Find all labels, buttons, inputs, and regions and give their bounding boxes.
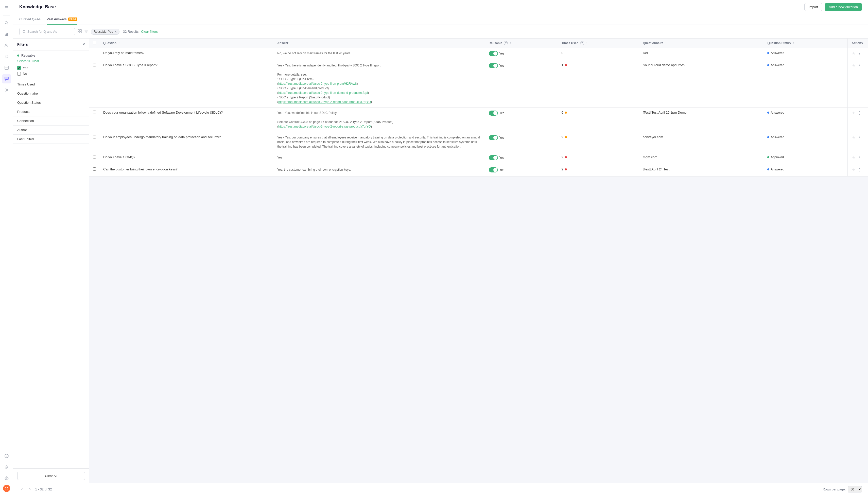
filter-item-connection[interactable]: Connection [13,116,89,125]
tabs-bar: Curated Q&As Past Answers BETA [13,14,868,25]
more-options-icon[interactable]: ⋮ [857,135,862,140]
search-icon[interactable] [2,18,11,28]
tab-curated-qas[interactable]: Curated Q&As [19,14,40,24]
help-icon[interactable] [2,451,11,461]
prev-page-button[interactable]: ‹ [19,486,24,493]
row-checkbox[interactable] [93,135,96,138]
filter-item-last-edited[interactable]: Last Edited [13,135,89,144]
row-checkbox[interactable] [93,167,96,171]
answer-link[interactable]: https://trust.mediacore.ai/d/soc-2-type-… [278,91,368,95]
answer-link[interactable]: https://trust.mediacore.ai/d/soc-2-type-… [278,82,357,85]
td-reusable: Yes [485,107,558,132]
svg-rect-19 [78,30,80,31]
rocket-icon[interactable] [2,463,11,472]
times-used-help-icon[interactable]: ? [580,41,584,45]
svg-point-16 [6,478,7,479]
clear-link[interactable]: Clear [32,59,39,63]
status-label: Approved [771,155,784,159]
reusable-toggle[interactable] [489,63,498,68]
reusable-toggle[interactable] [489,135,498,140]
star-icon[interactable]: ★ [852,135,855,140]
add-question-button[interactable]: Add a new question [825,3,862,11]
th-reusable[interactable]: Reusable ? ↕ [485,38,558,48]
times-used-value: 2 [561,155,563,159]
filters-footer: Clear All [13,468,89,483]
more-options-icon[interactable]: ⋮ [857,155,862,160]
clear-filters-link[interactable]: Clear filters [141,30,158,33]
reusable-toggle[interactable] [489,51,498,56]
reusable-toggle[interactable] [489,167,498,172]
filter-chip-remove[interactable]: × [115,30,117,33]
td-questionnaire: conveyor.com [639,132,764,152]
svg-rect-2 [5,34,5,36]
th-questionnaire[interactable]: Questionnaire ↕ [639,38,764,48]
clear-all-button[interactable]: Clear All [17,472,85,480]
reusable-toggle[interactable] [489,110,498,116]
chat-icon[interactable] [2,74,11,83]
filter-group-reusable: Reusable Select All Clear Yes No [13,50,89,80]
filters-close-button[interactable]: × [83,42,85,47]
sidebar-nav: ☰ CJ [0,0,13,495]
more-options-icon[interactable]: ⋮ [857,167,862,172]
filter-item-question-status[interactable]: Question Status [13,98,89,107]
th-question-status[interactable]: Question Status ↕ [764,38,848,48]
reusable-label: Yes [499,136,505,139]
more-options-icon[interactable]: ⋮ [857,51,862,56]
row-checkbox[interactable] [93,63,96,66]
menu-icon[interactable]: ☰ [2,3,11,12]
filter-item-questionnaire[interactable]: Questionnaire [13,89,89,98]
user-avatar[interactable]: CJ [3,485,10,492]
th-times-used[interactable]: Times Used ? ↕ [558,38,639,48]
search-box[interactable] [19,28,75,35]
svg-rect-8 [5,66,8,69]
answer-link[interactable]: https://trust.mediacore.ai/d/soc-2-type-… [278,125,371,128]
checkbox-no-input[interactable] [17,72,21,75]
filter-item-times-used[interactable]: Times Used [13,80,89,89]
svg-point-7 [5,55,6,56]
reusable-help-icon[interactable]: ? [504,41,508,45]
filter-active-dot [17,54,19,56]
row-checkbox[interactable] [93,51,96,54]
forward-icon[interactable] [2,85,11,95]
rows-per-page-select[interactable]: 50 10 25 100 [848,486,862,493]
checkbox-yes-input[interactable] [17,66,21,70]
tab-past-answers[interactable]: Past Answers BETA [47,14,78,24]
reusable-toggle[interactable] [489,155,498,160]
search-input[interactable] [28,30,72,33]
th-question[interactable]: Question ↕ [100,38,274,48]
td-answer: Yes - Yes, there is an independently aud… [274,60,485,107]
chart-icon[interactable] [2,30,11,39]
select-all-checkbox[interactable] [93,41,96,45]
table-row: Can the customer bring their own encrypt… [89,164,868,176]
td-actions: ★ ⋮ [848,132,868,152]
star-icon[interactable]: ★ [852,63,855,68]
grid-view-icon[interactable] [78,29,82,34]
times-used-sort-icon: ↕ [586,41,588,45]
star-icon[interactable]: ★ [852,110,855,115]
filter-icon[interactable] [84,29,88,34]
svg-rect-4 [7,33,8,36]
row-checkbox[interactable] [93,155,96,158]
star-icon[interactable]: ★ [852,167,855,172]
row-checkbox[interactable] [93,110,96,114]
table-icon[interactable] [2,63,11,72]
answer-link[interactable]: https://trust.mediacore.ai/d/soc-2-type-… [278,100,371,104]
rows-per-page-label: Rows per page: [822,488,846,491]
star-icon[interactable]: ★ [852,155,855,160]
star-icon[interactable]: ★ [852,51,855,56]
select-all-link[interactable]: Select All [17,59,30,63]
next-page-button[interactable]: › [27,486,32,493]
users-icon[interactable] [2,41,11,50]
more-options-icon[interactable]: ⋮ [857,63,862,68]
filter-item-author[interactable]: Author [13,125,89,135]
td-question-status: Answered [764,48,848,60]
svg-rect-20 [80,30,81,31]
tag-icon[interactable] [2,52,11,61]
td-actions: ★ ⋮ [848,48,868,60]
table-body: Do you rely on mainframes?No, we do not … [89,48,868,176]
filter-chip-reusable[interactable]: Reusable: Yes × [91,29,119,35]
import-button[interactable]: Import [804,3,822,11]
settings-icon[interactable] [2,474,11,483]
more-options-icon[interactable]: ⋮ [857,110,862,115]
filter-item-products[interactable]: Products [13,107,89,116]
